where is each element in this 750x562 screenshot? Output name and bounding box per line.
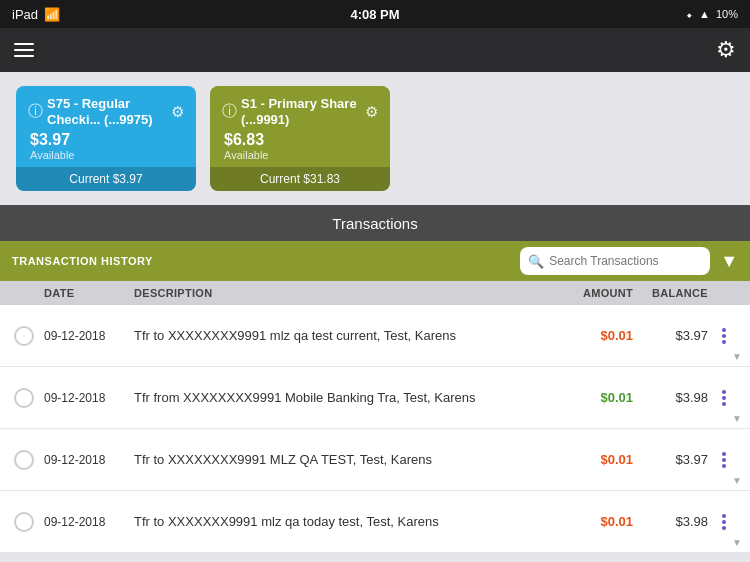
card-title-2: S1 - Primary Share (...9991) [237,96,365,127]
nav-bar: ⚙ [0,28,750,72]
row-amount-0: $0.01 [553,328,633,343]
row-description-2: Tfr to XXXXXXXX9991 MLZ QA TEST, Test, K… [134,452,553,467]
search-box[interactable]: 🔍 [520,247,710,275]
status-right: ⬥ ▲ 10% [686,8,738,20]
row-description-1: Tfr from XXXXXXXX9991 Mobile Banking Tra… [134,390,553,405]
dot-2-0 [722,334,726,338]
status-left: iPad 📶 [12,7,60,22]
card-gear-icon-1[interactable]: ⚙ [171,103,184,121]
carrier-label: iPad [12,7,38,22]
info-icon-1[interactable]: ⓘ [28,102,43,121]
account-card-1: ⓘ S75 - Regular Checki... (...9975) ⚙ $3… [16,86,196,191]
row-balance-1: $3.98 [633,390,708,405]
wifi-icon: 📶 [44,7,60,22]
transactions-title: Transactions [332,215,417,232]
row-amount-3: $0.01 [553,514,633,529]
wifi-signal-icon: ▲ [699,8,710,20]
col-balance-header: BALANCE [633,287,708,299]
card-footer-2[interactable]: Current $31.83 [210,167,390,191]
row-chevron-2: ▼ [732,475,742,486]
table-row: 09-12-2018 Tfr to XXXXXXXX9991 mlz qa te… [0,305,750,367]
row-balance-0: $3.97 [633,328,708,343]
info-icon-2[interactable]: ⓘ [222,102,237,121]
history-bar: TRANSACTION HISTORY 🔍 ▼ [0,241,750,281]
row-more-button-2[interactable] [708,452,736,468]
select-circle-2[interactable] [14,450,34,470]
row-balance-2: $3.97 [633,452,708,467]
battery-label: 10% [716,8,738,20]
status-bar: iPad 📶 4:08 PM ⬥ ▲ 10% [0,0,750,28]
hamburger-line-2 [14,49,34,51]
row-date-1: 09-12-2018 [44,391,134,405]
dot-3-2 [722,464,726,468]
select-circle-0[interactable] [14,326,34,346]
transaction-list: 09-12-2018 Tfr to XXXXXXXX9991 mlz qa te… [0,305,750,553]
card-available-1: Available [28,149,184,161]
search-icon: 🔍 [528,254,544,269]
card-amount-1: $3.97 [28,131,184,149]
row-checkbox-3 [14,512,44,532]
cards-area: ⓘ S75 - Regular Checki... (...9975) ⚙ $3… [0,72,750,205]
row-date-0: 09-12-2018 [44,329,134,343]
card-footer-1[interactable]: Current $3.97 [16,167,196,191]
col-check-header [14,287,44,299]
row-description-0: Tfr to XXXXXXXX9991 mlz qa test current,… [134,328,553,343]
table-row: 09-12-2018 Tfr to XXXXXXX9991 mlz qa tod… [0,491,750,553]
row-amount-2: $0.01 [553,452,633,467]
row-description-3: Tfr to XXXXXXX9991 mlz qa today test, Te… [134,514,553,529]
settings-icon[interactable]: ⚙ [716,37,736,63]
dot-1-1 [722,390,726,394]
row-checkbox-1 [14,388,44,408]
account-card-2: ⓘ S1 - Primary Share (...9991) ⚙ $6.83 A… [210,86,390,191]
row-more-button-3[interactable] [708,514,736,530]
dot-3-1 [722,402,726,406]
row-balance-3: $3.98 [633,514,708,529]
history-label: TRANSACTION HISTORY [12,255,510,267]
row-more-button-1[interactable] [708,390,736,406]
search-input[interactable] [549,254,702,268]
row-more-button-0[interactable] [708,328,736,344]
row-checkbox-0 [14,326,44,346]
menu-button[interactable] [14,43,34,57]
dot-2-1 [722,396,726,400]
status-time: 4:08 PM [350,7,399,22]
dot-1-2 [722,452,726,456]
dot-3-3 [722,526,726,530]
dot-3-0 [722,340,726,344]
row-amount-1: $0.01 [553,390,633,405]
col-date-header: DATE [44,287,134,299]
col-desc-header: DESCRIPTION [134,287,553,299]
select-circle-3[interactable] [14,512,34,532]
table-row: 09-12-2018 Tfr from XXXXXXXX9991 Mobile … [0,367,750,429]
row-chevron-0: ▼ [732,351,742,362]
card-header-2: ⓘ S1 - Primary Share (...9991) ⚙ [222,96,378,127]
filter-icon[interactable]: ▼ [720,251,738,272]
bluetooth-icon: ⬥ [686,8,693,20]
col-more-header [708,287,736,299]
dot-1-3 [722,514,726,518]
card-amount-2: $6.83 [222,131,378,149]
card-header-1: ⓘ S75 - Regular Checki... (...9975) ⚙ [28,96,184,127]
row-date-3: 09-12-2018 [44,515,134,529]
row-chevron-3: ▼ [732,537,742,548]
transactions-section: Transactions TRANSACTION HISTORY 🔍 ▼ DAT… [0,205,750,553]
row-checkbox-2 [14,450,44,470]
row-date-2: 09-12-2018 [44,453,134,467]
select-circle-1[interactable] [14,388,34,408]
card-available-2: Available [222,149,378,161]
row-chevron-1: ▼ [732,413,742,424]
col-amount-header: AMOUNT [553,287,633,299]
dot-2-3 [722,520,726,524]
hamburger-line-3 [14,55,34,57]
table-header: DATE DESCRIPTION AMOUNT BALANCE [0,281,750,305]
dot-2-2 [722,458,726,462]
table-row: 09-12-2018 Tfr to XXXXXXXX9991 MLZ QA TE… [0,429,750,491]
hamburger-line-1 [14,43,34,45]
dot-1-0 [722,328,726,332]
card-gear-icon-2[interactable]: ⚙ [365,103,378,121]
transactions-header: Transactions [0,205,750,241]
card-title-1: S75 - Regular Checki... (...9975) [43,96,171,127]
